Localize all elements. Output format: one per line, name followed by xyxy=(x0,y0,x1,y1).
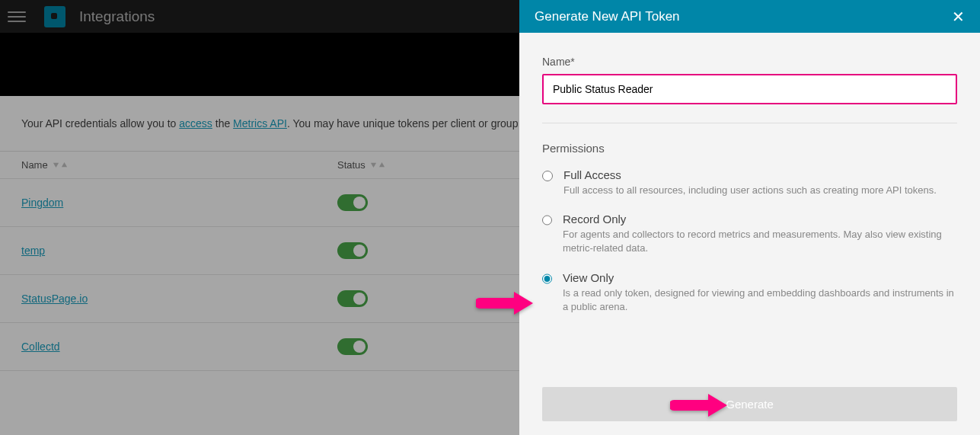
radio-record-only[interactable] xyxy=(542,215,552,225)
option-title: View Only xyxy=(563,271,957,284)
option-desc: Is a read only token, designed for viewi… xyxy=(563,286,957,314)
radio-view-only[interactable] xyxy=(542,273,552,284)
permission-option-record[interactable]: Record Only For agents and collectors to… xyxy=(542,213,957,255)
permission-option-view[interactable]: View Only Is a read only token, designed… xyxy=(542,271,957,314)
token-name-input[interactable] xyxy=(542,74,957,104)
permissions-label: Permissions xyxy=(542,142,957,155)
option-desc: For agents and collectors to record metr… xyxy=(563,228,957,255)
panel-header: Generate New API Token ✕ xyxy=(519,0,980,33)
permission-option-full[interactable]: Full Access Full access to all resources… xyxy=(542,168,957,197)
panel-footer: Generate xyxy=(519,373,980,435)
option-desc: Full access to all resources, including … xyxy=(563,184,937,197)
panel-title: Generate New API Token xyxy=(535,9,680,24)
option-title: Full Access xyxy=(563,168,937,181)
option-title: Record Only xyxy=(563,213,957,225)
side-panel: Generate New API Token ✕ Name* Permissio… xyxy=(519,0,980,435)
close-icon[interactable]: ✕ xyxy=(952,8,965,26)
generate-button[interactable]: Generate xyxy=(542,387,957,421)
divider xyxy=(542,123,957,123)
name-label: Name* xyxy=(542,56,957,68)
radio-full-access[interactable] xyxy=(542,171,553,181)
panel-body: Name* Permissions Full Access Full acces… xyxy=(519,33,980,373)
